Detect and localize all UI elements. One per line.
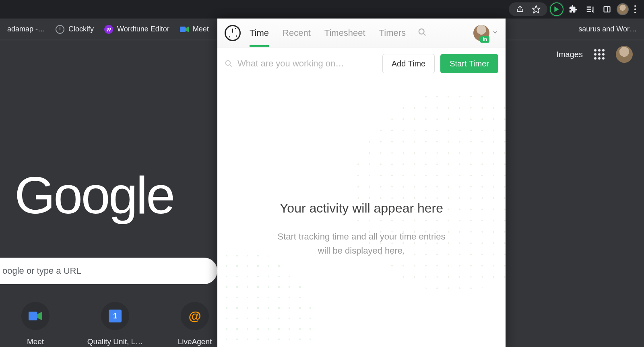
- search-icon: [225, 60, 233, 68]
- bookmark-item[interactable]: Clockify: [52, 23, 98, 36]
- popup-tabs: Time Recent Timesheet Timers: [250, 20, 406, 46]
- bookmark-label: adamap -…: [7, 25, 45, 33]
- brand-timer-icon[interactable]: [225, 25, 241, 41]
- tab-timers[interactable]: Timers: [379, 20, 406, 46]
- tab-label: Recent: [283, 28, 311, 38]
- google-logo: Google: [14, 165, 173, 225]
- bookmark-item[interactable]: w Wordtune Editor: [100, 23, 173, 36]
- shortcut-tile-icon: 1: [101, 302, 129, 330]
- tab-recent[interactable]: Recent: [283, 20, 311, 46]
- shortcut-label: Meet: [7, 337, 64, 346]
- svg-rect-6: [29, 312, 37, 320]
- add-time-button[interactable]: Add Time: [382, 54, 435, 73]
- svg-marker-5: [186, 27, 189, 32]
- chrome-profile-avatar[interactable]: [617, 3, 629, 15]
- clockify-icon: [56, 25, 64, 34]
- action-row: What are you working on… Add Time Start …: [217, 48, 506, 80]
- svg-marker-1: [554, 6, 559, 12]
- shortcut-label: LiveAgent: [167, 337, 223, 346]
- shortcut-quality-unit[interactable]: 1 Quality Unit, L…: [87, 302, 143, 346]
- time-tracker-popup: Time Recent Timesheet Timers In What are…: [217, 19, 506, 347]
- shortcut-label: Quality Unit, L…: [87, 337, 143, 346]
- bookmark-label: saurus and Wor…: [578, 25, 637, 33]
- tab-time[interactable]: Time: [250, 20, 269, 46]
- profile-menu[interactable]: In: [473, 25, 498, 41]
- omnibox-actions: [509, 2, 547, 16]
- reading-list-icon[interactable]: [583, 2, 597, 17]
- search-placeholder-text: oogle or type a URL: [2, 266, 81, 276]
- bookmark-label: Clockify: [68, 25, 94, 33]
- shortcut-tile-icon: @: [181, 302, 209, 330]
- google-meet-icon: [180, 25, 189, 34]
- button-label: Start Timer: [450, 59, 489, 68]
- bookmark-item[interactable]: saurus and Wor…: [578, 23, 641, 36]
- bookmark-star-icon[interactable]: [529, 2, 543, 17]
- empty-state: Your activity will appear here Start tra…: [217, 80, 506, 347]
- bookmark-label: Wordtune Editor: [117, 25, 169, 33]
- chrome-menu-icon[interactable]: [631, 5, 639, 13]
- google-account-avatar[interactable]: [616, 46, 633, 63]
- work-description-input[interactable]: What are you working on…: [225, 58, 377, 69]
- svg-line-9: [423, 33, 426, 35]
- svg-marker-7: [37, 312, 42, 320]
- side-panel-icon[interactable]: [600, 2, 614, 17]
- empty-state-subtitle: Start tracking time and all your time en…: [277, 229, 446, 258]
- bookmark-item[interactable]: Meet: [176, 23, 213, 36]
- tab-label: Timesheet: [324, 28, 365, 38]
- svg-rect-4: [180, 27, 186, 32]
- search-icon[interactable]: [418, 28, 427, 38]
- shortcut-liveagent[interactable]: @ LiveAgent: [167, 302, 223, 346]
- input-placeholder: What are you working on…: [237, 58, 344, 69]
- svg-rect-2: [604, 6, 610, 12]
- tab-timesheet[interactable]: Timesheet: [324, 20, 365, 46]
- ntp-shortcuts: Meet 1 Quality Unit, L… @ LiveAgent: [7, 302, 223, 346]
- chrome-toolbar: [0, 0, 644, 19]
- bookmark-item[interactable]: adamap -…: [3, 23, 49, 36]
- calendar-icon: 1: [109, 310, 122, 322]
- svg-point-10: [226, 61, 231, 66]
- tab-label: Timers: [379, 28, 406, 38]
- bookmark-label: Meet: [193, 25, 209, 33]
- google-apps-icon[interactable]: [594, 49, 605, 60]
- shortcut-meet[interactable]: Meet: [7, 302, 64, 346]
- empty-state-title: Your activity will appear here: [280, 201, 443, 216]
- start-timer-button[interactable]: Start Timer: [440, 54, 498, 73]
- status-badge: In: [480, 36, 489, 43]
- share-icon[interactable]: [513, 2, 527, 17]
- popup-header: Time Recent Timesheet Timers In: [217, 19, 506, 48]
- wordtune-icon: w: [104, 25, 113, 34]
- svg-point-8: [419, 29, 424, 34]
- svg-line-11: [230, 65, 232, 67]
- shortcut-tile-icon: [21, 302, 50, 330]
- button-label: Add Time: [392, 59, 425, 68]
- tab-label: Time: [250, 28, 269, 38]
- images-link[interactable]: Images: [556, 50, 583, 59]
- ntp-search-box[interactable]: oogle or type a URL: [0, 258, 217, 284]
- svg-marker-0: [533, 6, 540, 13]
- extensions-puzzle-icon[interactable]: [566, 2, 580, 17]
- chevron-down-icon: [492, 29, 498, 37]
- extension-play-icon[interactable]: [550, 2, 564, 16]
- liveagent-icon: @: [188, 309, 201, 324]
